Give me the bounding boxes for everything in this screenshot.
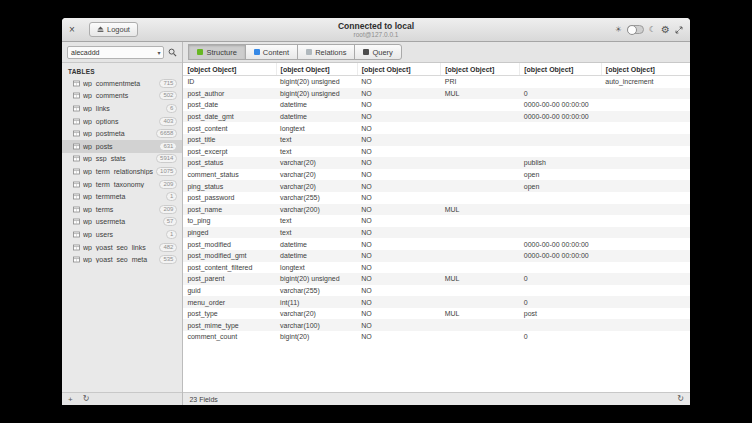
sidebar-table-item[interactable]: wp_ssp_stats 5914 — [62, 153, 182, 166]
row-count-badge: 57 — [163, 217, 178, 226]
cell-type: varchar(20) — [276, 169, 357, 181]
cell-key — [441, 262, 520, 274]
field-row[interactable]: post_date datetime NO 0000-00-00 00:00:0… — [183, 99, 690, 111]
sidebar-table-item[interactable]: wp_users 1 — [62, 228, 182, 241]
field-row[interactable]: post_modified_gmt datetime NO 0000-00-00… — [183, 250, 690, 262]
table-name: wp_commentmeta — [83, 80, 156, 87]
field-row[interactable]: menu_order int(11) NO 0 — [183, 296, 690, 308]
close-window-button[interactable]: × — [69, 25, 80, 35]
column-header: [object Object] — [183, 63, 276, 76]
field-row[interactable]: ping_status varchar(20) NO open — [183, 180, 690, 192]
cell-default: 0 — [520, 273, 602, 285]
field-row[interactable]: comment_count bigint(20) NO 0 — [183, 331, 690, 343]
database-selector[interactable]: alecaddd ▾ — [67, 46, 164, 59]
table-icon — [73, 92, 80, 99]
tab-icon — [363, 49, 369, 55]
cell-field: post_password — [183, 192, 276, 204]
sidebar-table-item[interactable]: wp_term_relationships 1075 — [62, 165, 182, 178]
cell-key — [441, 319, 520, 331]
header-bar: × Logout Connected to local root@127.0.0… — [62, 18, 690, 42]
cell-null: NO — [357, 180, 441, 192]
cell-extra — [601, 273, 690, 285]
cell-default — [520, 215, 602, 227]
cell-type: datetime — [276, 238, 357, 250]
field-row[interactable]: post_parent bigint(20) unsigned NO MUL 0 — [183, 273, 690, 285]
row-count-badge: 631 — [159, 142, 177, 151]
fields-table: [object Object][object Object][object Ob… — [183, 63, 690, 343]
cell-default: 0000-00-00 00:00:00 — [520, 111, 602, 123]
field-row[interactable]: to_ping text NO — [183, 215, 690, 227]
row-count-badge: 403 — [159, 117, 177, 126]
view-tab[interactable]: Query — [354, 44, 401, 60]
field-row[interactable]: post_author bigint(20) unsigned NO MUL 0 — [183, 88, 690, 100]
field-row[interactable]: post_content longtext NO — [183, 122, 690, 134]
view-tab[interactable]: Relations — [297, 44, 355, 60]
field-row[interactable]: post_status varchar(20) NO publish — [183, 157, 690, 169]
table-icon — [73, 168, 80, 175]
cell-key — [441, 146, 520, 158]
column-header: [object Object] — [520, 63, 602, 76]
cell-type: longtext — [276, 262, 357, 274]
fields-count: 23 Fields — [189, 396, 217, 403]
sidebar-table-item[interactable]: wp_posts 631 — [62, 140, 182, 153]
sidebar-table-item[interactable]: wp_options 403 — [62, 115, 182, 128]
table-icon — [73, 218, 80, 225]
cell-extra — [601, 146, 690, 158]
field-row[interactable]: post_name varchar(200) NO MUL — [183, 204, 690, 216]
main-panel: Structure Content Relations — [183, 42, 690, 405]
table-icon — [73, 256, 80, 263]
view-tab[interactable]: Content — [245, 44, 298, 60]
cell-default — [520, 192, 602, 204]
field-row[interactable]: post_mime_type varchar(100) NO — [183, 319, 690, 331]
cell-default: 0 — [520, 331, 602, 343]
field-row[interactable]: post_content_filtered longtext NO — [183, 262, 690, 274]
cell-type: varchar(255) — [276, 192, 357, 204]
field-row[interactable]: post_type varchar(20) NO MUL post — [183, 308, 690, 320]
sidebar-table-item[interactable]: wp_links 6 — [62, 102, 182, 115]
cell-field: post_excerpt — [183, 146, 276, 158]
field-row[interactable]: post_date_gmt datetime NO 0000-00-00 00:… — [183, 111, 690, 123]
cell-extra — [601, 204, 690, 216]
cell-field: pinged — [183, 227, 276, 239]
tab-label: Content — [263, 48, 289, 57]
table-icon — [73, 118, 80, 125]
cell-field: ID — [183, 76, 276, 88]
cell-type: longtext — [276, 122, 357, 134]
cell-null: NO — [357, 88, 441, 100]
sidebar-table-item[interactable]: wp_commentmeta 715 — [62, 77, 182, 90]
view-tab[interactable]: Structure — [188, 44, 245, 60]
field-row[interactable]: post_modified datetime NO 0000-00-00 00:… — [183, 238, 690, 250]
field-row[interactable]: comment_status varchar(20) NO open — [183, 169, 690, 181]
table-name: wp_users — [83, 231, 163, 238]
cell-field: post_type — [183, 308, 276, 320]
table-name: wp_term_taxonomy — [83, 181, 156, 188]
table-icon — [73, 80, 80, 87]
cell-key — [441, 285, 520, 297]
sidebar-table-item[interactable]: wp_usermeta 57 — [62, 216, 182, 229]
dark-mode-toggle[interactable] — [627, 25, 644, 34]
database-selector-value: alecaddd — [71, 49, 99, 56]
sidebar-table-item[interactable]: wp_yoast_seo_meta 535 — [62, 253, 182, 266]
sidebar-table-item[interactable]: wp_comments 502 — [62, 90, 182, 103]
refresh-fields-icon[interactable]: ↻ — [677, 395, 684, 403]
field-row[interactable]: guid varchar(255) NO — [183, 285, 690, 297]
cell-key — [441, 296, 520, 308]
search-icon[interactable] — [168, 48, 177, 57]
settings-gear-icon[interactable]: ⚙ — [661, 25, 670, 35]
add-button[interactable]: + — [68, 395, 73, 404]
sidebar-table-item[interactable]: wp_termmeta 1 — [62, 190, 182, 203]
field-row[interactable]: pinged text NO — [183, 227, 690, 239]
refresh-tables-icon[interactable]: ↻ — [83, 395, 90, 403]
field-row[interactable]: post_excerpt text NO — [183, 146, 690, 158]
cell-null: NO — [357, 169, 441, 181]
field-row[interactable]: post_title text NO — [183, 134, 690, 146]
resize-window-icon[interactable] — [675, 26, 683, 34]
cell-extra — [601, 111, 690, 123]
sidebar-table-item[interactable]: wp_yoast_seo_links 482 — [62, 241, 182, 254]
field-row[interactable]: post_password varchar(255) NO — [183, 192, 690, 204]
sidebar-table-item[interactable]: wp_postmeta 6658 — [62, 127, 182, 140]
sidebar-table-item[interactable]: wp_terms 209 — [62, 203, 182, 216]
field-row[interactable]: ID bigint(20) unsigned NO PRI auto_incre… — [183, 76, 690, 88]
logout-button[interactable]: Logout — [89, 22, 138, 37]
sidebar-table-item[interactable]: wp_term_taxonomy 209 — [62, 178, 182, 191]
